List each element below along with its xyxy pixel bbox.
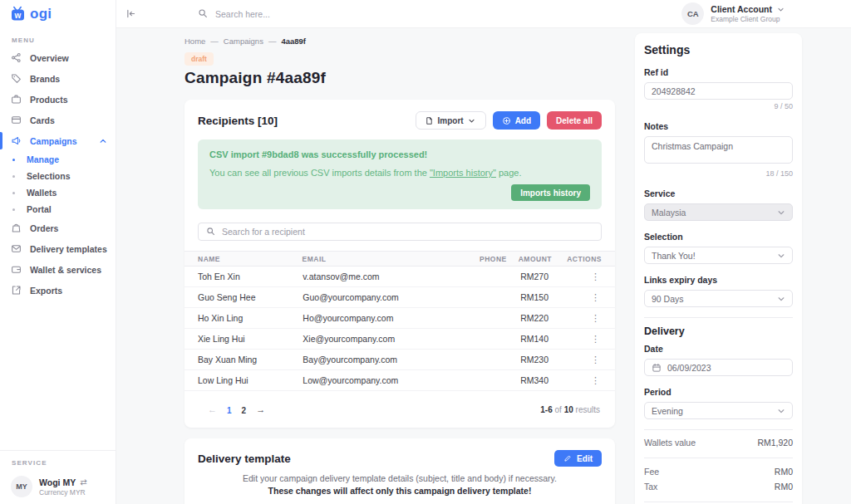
products-icon (11, 94, 22, 105)
cards-icon (11, 115, 22, 126)
svg-text:w: w (14, 11, 22, 20)
import-button[interactable]: Import (416, 111, 486, 130)
orders-icon (11, 223, 22, 234)
cell-email: Xie@yourcompany.com (303, 334, 452, 344)
sidebar-item-products[interactable]: Products (0, 89, 116, 110)
pagination-next-icon[interactable]: → (251, 404, 270, 414)
date-input[interactable]: 06/09/2023 (644, 359, 793, 376)
service-section-label: SERVICE (0, 451, 116, 470)
table-row: Bay Xuan MingBay@yourcompany.comRM230⋮ (184, 350, 615, 370)
page-title: Campaign #4aa89f (184, 69, 615, 87)
imports-history-link[interactable]: "Imports history" (430, 168, 496, 178)
collapse-sidebar-icon[interactable] (123, 7, 138, 22)
wogi-logo[interactable]: w ogi (11, 6, 52, 22)
more-actions-icon[interactable]: ⋮ (589, 292, 602, 302)
edit-template-button[interactable]: Edit (554, 450, 602, 467)
sidebar-subitem-label: Wallets (27, 188, 57, 198)
chevron-down-icon (777, 6, 785, 13)
column-header-phone: PHONE (450, 255, 507, 263)
more-actions-icon[interactable]: ⋮ (589, 355, 602, 365)
import-file-icon (425, 116, 434, 125)
tax-value: RM0 (775, 482, 793, 492)
selection-select[interactable]: Thank You! (644, 247, 793, 264)
table-row: Guo Seng HeeGuo@yourcompany.comRM150⋮ (184, 287, 615, 308)
notes-label: Notes (644, 121, 793, 131)
chevron-down-icon (777, 252, 785, 260)
sidebar-item-orders[interactable]: Orders (0, 218, 116, 238)
chevron-down-icon (777, 295, 785, 303)
pagination-page-1[interactable]: 1 (222, 406, 237, 415)
fee-label: Fee (644, 467, 659, 477)
sidebar-subitem-selections[interactable]: Selections (0, 168, 116, 184)
status-badge: draft (184, 52, 214, 66)
breadcrumb-campaigns[interactable]: Campaigns (224, 37, 263, 46)
account-group: Example Client Group (711, 15, 785, 23)
sidebar-item-wallet-services[interactable]: Wallet & services (0, 259, 116, 280)
more-actions-icon[interactable]: ⋮ (589, 334, 602, 344)
sidebar-subitem-label: Manage (27, 154, 59, 164)
divider (644, 317, 793, 318)
pagination-page-2[interactable]: 2 (237, 406, 252, 415)
brands-icon (11, 73, 22, 85)
cell-name: Xie Ling Hui (198, 334, 303, 344)
column-header-amount: AMOUNT (507, 255, 568, 263)
period-select[interactable]: Evening (644, 402, 793, 419)
sidebar-item-label: Exports (30, 286, 62, 296)
pagination-prev-icon[interactable]: ← (203, 404, 222, 414)
column-header-actions: ACTIONS (567, 255, 602, 263)
cell-actions: ⋮ (569, 292, 602, 303)
sidebar-subitem-portal[interactable]: Portal (0, 201, 116, 218)
cell-amount: RM270 (509, 272, 569, 281)
campaigns-icon (11, 135, 22, 147)
more-actions-icon[interactable]: ⋮ (589, 272, 602, 281)
cell-email: v.atansov@me.com (303, 272, 452, 281)
fee-row: Fee RM0 (644, 458, 793, 478)
table-row: Low Ling HuiLow@yourcompany.comRM340⋮ (184, 370, 615, 391)
cell-actions: ⋮ (569, 355, 602, 365)
bullet-icon (12, 159, 15, 161)
breadcrumb-current: 4aa89f (281, 37, 306, 46)
more-actions-icon[interactable]: ⋮ (589, 313, 602, 323)
bullet-icon (12, 175, 15, 178)
column-header-name: NAME (198, 255, 303, 263)
service-switcher[interactable]: MY Wogi MY ⇄ Currency MYR (0, 470, 116, 497)
more-actions-icon[interactable]: ⋮ (589, 375, 602, 385)
global-search (198, 8, 681, 19)
sidebar-item-delivery-templates[interactable]: Delivery templates (0, 238, 116, 259)
wogi-tv-icon: w (11, 6, 29, 22)
sidebar-item-campaigns[interactable]: Campaigns (0, 130, 116, 151)
notes-textarea[interactable]: Christmas Campaign (644, 136, 793, 164)
sidebar-item-exports[interactable]: Exports (0, 280, 116, 301)
chevron-down-icon (468, 116, 477, 125)
imports-history-button[interactable]: Imports history (511, 184, 590, 201)
sidebar-item-cards[interactable]: Cards (0, 110, 116, 130)
sidebar-item-label: Campaigns (30, 136, 77, 146)
swap-icon[interactable]: ⇄ (80, 477, 86, 487)
sidebar-item-label: Cards (30, 115, 55, 125)
breadcrumb-home[interactable]: Home (184, 37, 205, 46)
notes-counter: 18 / 150 (644, 169, 793, 178)
recipient-search-input[interactable] (222, 227, 593, 237)
plus-circle-icon (502, 116, 511, 125)
sidebar-subitem-manage[interactable]: Manage (0, 151, 116, 168)
bullet-icon (12, 208, 15, 211)
column-header-email: EMAIL (303, 255, 451, 263)
add-button[interactable]: Add (493, 111, 540, 130)
ref-id-input[interactable] (644, 82, 793, 100)
sidebar-item-label: Products (30, 95, 68, 105)
recipients-card: Recipients [10] Import (184, 100, 615, 428)
sidebar-menu: OverviewBrandsProductsCardsCampaignsMana… (0, 47, 116, 450)
delete-all-button[interactable]: Delete all (547, 111, 602, 130)
service-name: Wogi MY (39, 477, 76, 487)
recipients-title: Recipients [10] (198, 115, 278, 127)
links-expiry-select[interactable]: 90 Days (644, 290, 793, 307)
sidebar-item-overview[interactable]: Overview (0, 47, 116, 68)
chevron-down-icon (777, 208, 785, 217)
account-menu[interactable]: CA Client Account Example Client Group (681, 2, 785, 25)
table-row: Xie Ling HuiXie@yourcompany.comRM140⋮ (184, 329, 615, 350)
global-search-input[interactable] (215, 9, 381, 19)
sidebar-item-brands[interactable]: Brands (0, 68, 116, 89)
links-expiry-label: Links expiry days (644, 275, 793, 285)
sidebar-subitem-wallets[interactable]: Wallets (0, 184, 116, 201)
search-icon (198, 8, 209, 19)
